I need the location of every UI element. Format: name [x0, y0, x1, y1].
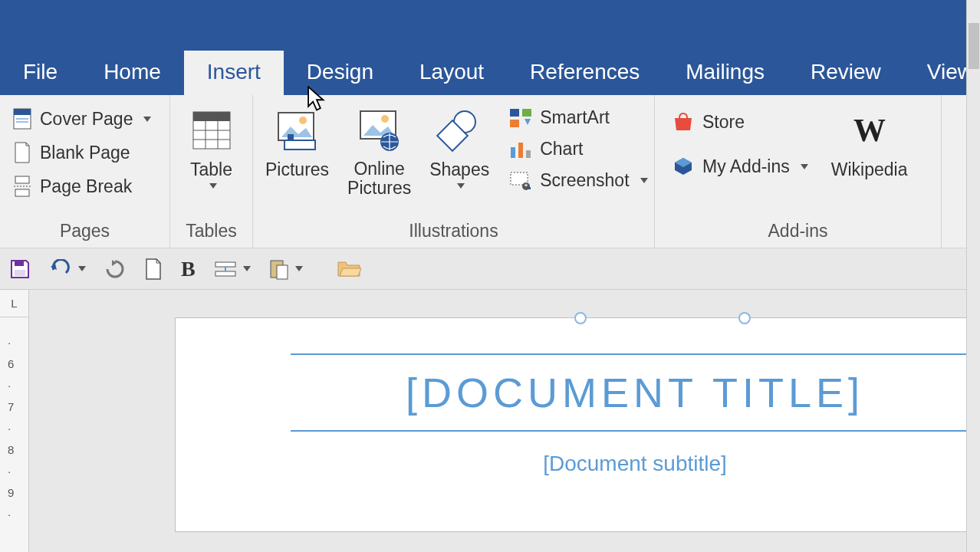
- svg-rect-27: [526, 150, 531, 158]
- smartart-button[interactable]: SmartArt: [502, 103, 655, 133]
- svg-rect-5: [15, 189, 29, 196]
- chevron-down-icon: [457, 183, 465, 189]
- svg-rect-16: [288, 134, 294, 140]
- document-subtitle-field[interactable]: [Document subtitle]: [291, 452, 979, 476]
- page[interactable]: [DOCUMENT TITLE] [Document subtitle]: [175, 317, 980, 532]
- pictures-icon: [274, 108, 321, 153]
- page-break-icon: [12, 175, 32, 198]
- tab-mailings[interactable]: Mailings: [663, 51, 788, 95]
- svg-rect-24: [510, 120, 519, 127]
- bold-button[interactable]: B: [181, 257, 196, 281]
- pictures-button[interactable]: Pictures: [256, 100, 338, 218]
- chevron-down-icon: [209, 183, 217, 189]
- chevron-down-icon: [640, 178, 648, 183]
- cover-page-button[interactable]: Cover Page: [5, 103, 159, 135]
- smartart-icon: [509, 108, 532, 128]
- ribbon: Cover Page Blank Page Page Break Pages: [0, 95, 980, 248]
- vertical-scrollbar[interactable]: [966, 0, 980, 552]
- scrollbar-thumb[interactable]: [968, 23, 979, 69]
- svg-rect-32: [528, 187, 531, 189]
- undo-icon: [49, 259, 72, 279]
- document-title-field[interactable]: [DOCUMENT TITLE]: [291, 353, 979, 432]
- store-label: Store: [702, 112, 745, 133]
- undo-button[interactable]: [49, 259, 86, 279]
- screenshot-button[interactable]: Screenshot: [502, 166, 655, 196]
- chart-label: Chart: [540, 139, 583, 159]
- svg-point-18: [381, 115, 389, 123]
- ruler-tick: ·: [8, 422, 11, 435]
- paste-icon: [269, 258, 289, 281]
- new-document-icon: [144, 258, 163, 281]
- svg-rect-3: [16, 121, 28, 123]
- table-icon: [190, 109, 233, 152]
- tab-layout[interactable]: Layout: [396, 51, 507, 95]
- svg-rect-23: [522, 109, 531, 117]
- tab-references[interactable]: References: [507, 51, 663, 95]
- tab-design[interactable]: Design: [284, 51, 396, 95]
- title-bar: [0, 0, 980, 48]
- paste-button[interactable]: [269, 258, 303, 281]
- chevron-down-icon: [801, 164, 808, 169]
- wikipedia-icon: W: [848, 112, 891, 149]
- chevron-down-icon: [243, 266, 251, 271]
- group-tables: Table Tables: [170, 95, 253, 248]
- ruler-tick-label: 9: [8, 486, 14, 499]
- svg-rect-4: [15, 176, 29, 183]
- insert-row-icon: [214, 259, 237, 279]
- table-button[interactable]: Table: [181, 100, 242, 218]
- shapes-button[interactable]: Shapes: [420, 100, 498, 218]
- pictures-label: Pictures: [265, 159, 329, 180]
- group-pages: Cover Page Blank Page Page Break Pages: [0, 95, 170, 248]
- cover-page-label: Cover Page: [40, 109, 133, 130]
- ruler-tick-label: 8: [8, 443, 14, 456]
- blank-page-label: Blank Page: [40, 143, 130, 163]
- svg-point-14: [299, 117, 307, 124]
- open-folder-button[interactable]: [337, 259, 361, 279]
- page-break-label: Page Break: [40, 176, 132, 197]
- blank-page-button[interactable]: Blank Page: [5, 136, 159, 169]
- svg-rect-2: [16, 118, 28, 120]
- svg-rect-34: [15, 261, 24, 266]
- screenshot-icon: [509, 171, 532, 191]
- table-label: Table: [190, 159, 232, 180]
- chevron-down-icon: [78, 266, 86, 271]
- group-tables-label: Tables: [173, 218, 249, 248]
- tab-review[interactable]: Review: [788, 51, 904, 95]
- ruler-tick: ·: [8, 508, 11, 521]
- store-button[interactable]: Store: [664, 106, 816, 138]
- ruler-tick-label: 7: [8, 400, 14, 413]
- my-addins-icon: [672, 155, 695, 178]
- my-addins-button[interactable]: My Add-ins: [664, 150, 816, 182]
- chart-button[interactable]: Chart: [502, 134, 655, 164]
- shapes-icon: [436, 108, 483, 153]
- svg-rect-15: [284, 140, 315, 150]
- new-document-button[interactable]: [144, 258, 163, 281]
- svg-rect-37: [215, 271, 235, 276]
- ruler-corner[interactable]: L: [0, 290, 28, 317]
- online-pictures-button[interactable]: Online Pictures: [338, 100, 420, 218]
- svg-rect-40: [277, 265, 288, 279]
- ribbon-tabstrip: File Home Insert Design Layout Reference…: [0, 48, 980, 95]
- chart-icon: [509, 140, 532, 159]
- save-button[interactable]: [9, 258, 31, 280]
- group-pages-label: Pages: [3, 218, 166, 248]
- tab-insert[interactable]: Insert: [184, 51, 284, 95]
- page-break-button[interactable]: Page Break: [5, 170, 159, 202]
- tab-home[interactable]: Home: [81, 51, 184, 95]
- group-addins: Store My Add-ins W Wikipedia Add-ins: [655, 95, 942, 248]
- repeat-button[interactable]: [104, 258, 126, 280]
- wikipedia-button[interactable]: W Wikipedia: [822, 100, 917, 218]
- vertical-ruler[interactable]: L · 6 · 7 · 8 · 9 ·: [0, 290, 29, 552]
- document-canvas[interactable]: [DOCUMENT TITLE] [Document subtitle]: [29, 290, 980, 552]
- shapes-label: Shapes: [429, 159, 489, 180]
- qat-button-1[interactable]: [214, 259, 251, 279]
- ruler-tick-label: 6: [8, 357, 14, 370]
- tab-file[interactable]: File: [0, 51, 81, 95]
- selection-handle[interactable]: [574, 312, 587, 324]
- group-illustrations-label: Illustrations: [256, 218, 651, 248]
- ruler-tick: ·: [8, 379, 11, 392]
- svg-rect-26: [518, 143, 523, 158]
- selection-handle[interactable]: [738, 312, 751, 324]
- chevron-down-icon: [295, 266, 303, 271]
- folder-icon: [337, 259, 361, 279]
